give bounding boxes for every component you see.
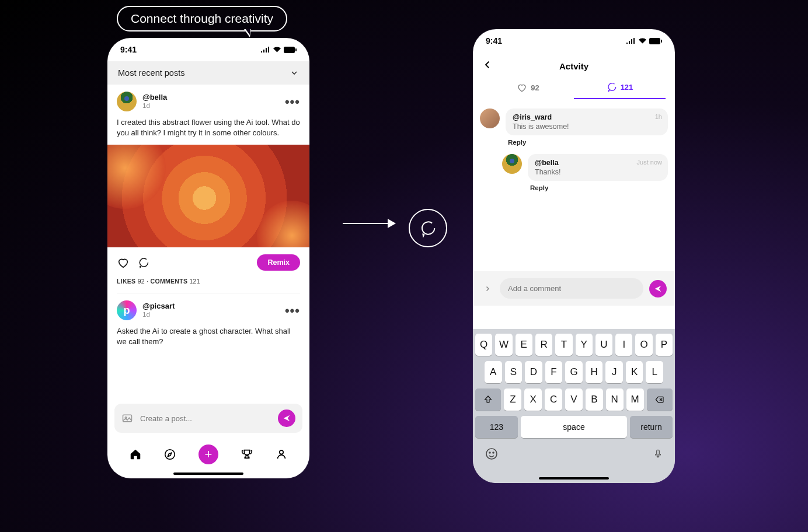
comment-text: Thanks! — [535, 168, 661, 176]
key-f[interactable]: F — [545, 361, 563, 383]
svg-rect-11 — [657, 450, 660, 455]
comments-list: @iris_ward This is awesome! 1h Reply @be… — [473, 99, 675, 209]
reply-button[interactable]: Reply — [530, 184, 668, 191]
key-x[interactable]: X — [524, 388, 542, 411]
back-icon[interactable] — [482, 60, 493, 70]
tab-likes[interactable]: 92 — [482, 82, 574, 99]
key-a[interactable]: A — [485, 361, 502, 383]
arrow-right-icon — [343, 223, 395, 224]
post-image[interactable] — [107, 145, 309, 247]
avatar[interactable] — [480, 108, 500, 128]
signal-icon — [261, 47, 270, 52]
key-s[interactable]: S — [505, 361, 523, 383]
trophy-icon[interactable] — [241, 448, 253, 461]
wifi-icon — [638, 38, 647, 44]
image-icon[interactable] — [121, 412, 133, 424]
backspace-key[interactable] — [647, 388, 673, 411]
svg-rect-1 — [295, 48, 297, 51]
key-n[interactable]: N — [606, 388, 624, 411]
avatar[interactable] — [117, 92, 137, 111]
svg-point-5 — [280, 450, 283, 454]
create-post-input[interactable] — [140, 414, 271, 423]
key-o[interactable]: O — [635, 334, 652, 356]
avatar[interactable] — [502, 154, 522, 174]
home-indicator — [173, 473, 243, 475]
send-comment-button[interactable] — [649, 280, 667, 298]
post: @bella 1d ••• I created this abstract fl… — [107, 85, 309, 293]
keyboard-row: QWERTYUIOP — [475, 334, 673, 356]
status-bar: 9:41 — [107, 38, 309, 61]
key-u[interactable]: U — [595, 334, 612, 356]
key-z[interactable]: Z — [504, 388, 521, 411]
svg-point-4 — [165, 450, 175, 460]
remix-button[interactable]: Remix — [257, 254, 300, 271]
key-w[interactable]: W — [495, 334, 512, 356]
key-i[interactable]: I — [615, 334, 632, 356]
heart-icon[interactable] — [117, 256, 130, 269]
reply-button[interactable]: Reply — [508, 139, 668, 146]
feed-header[interactable]: Most recent posts — [107, 61, 309, 85]
profile-icon[interactable] — [275, 448, 288, 461]
post-username[interactable]: @picsart — [142, 302, 175, 311]
numbers-key[interactable]: 123 — [475, 416, 518, 438]
expand-icon[interactable] — [481, 285, 494, 292]
avatar[interactable]: p — [117, 300, 137, 320]
create-post-bar — [114, 404, 302, 433]
key-y[interactable]: Y — [576, 334, 593, 356]
key-c[interactable]: C — [545, 388, 562, 411]
post: p @picsart 1d ••• Asked the Ai to create… — [107, 293, 309, 346]
activity-title: Actvity — [559, 61, 588, 71]
post-time: 1d — [142, 311, 175, 318]
comment-icon[interactable] — [138, 257, 149, 268]
key-t[interactable]: T — [555, 334, 572, 356]
feed-header-label: Most recent posts — [118, 68, 184, 78]
key-k[interactable]: K — [626, 361, 643, 383]
comment: @iris_ward This is awesome! 1h — [480, 108, 668, 135]
status-time: 9:41 — [120, 45, 137, 54]
post-stats[interactable]: LIKES 92 · COMMENTS 121 — [117, 278, 300, 293]
battery-icon — [649, 38, 662, 44]
phone-activity: 9:41 Actvity 92 121 @iris_ward — [473, 29, 675, 483]
chat-circle-icon — [409, 209, 447, 247]
key-q[interactable]: Q — [475, 334, 492, 356]
post-menu-icon[interactable]: ••• — [285, 99, 300, 105]
svg-rect-7 — [661, 40, 662, 43]
return-key[interactable]: return — [630, 416, 673, 438]
comment-input-bar — [473, 271, 675, 306]
key-b[interactable]: B — [586, 388, 603, 411]
post-body: I created this abstract flower using the… — [117, 117, 300, 138]
svg-point-8 — [486, 449, 497, 459]
shift-key[interactable] — [475, 388, 501, 411]
key-d[interactable]: D — [525, 361, 542, 383]
post-menu-icon[interactable]: ••• — [285, 307, 300, 314]
mic-icon[interactable] — [653, 447, 663, 461]
create-fab[interactable]: + — [198, 444, 218, 464]
post-time: 1d — [142, 102, 167, 110]
status-bar: 9:41 — [473, 29, 675, 52]
comment-icon — [607, 82, 617, 92]
tab-comments[interactable]: 121 — [574, 82, 666, 99]
key-r[interactable]: R — [535, 334, 552, 356]
keyboard: QWERTYUIOP ASDFGHJKL ZXCVBNM 123 space r… — [473, 329, 675, 483]
signal-icon — [626, 38, 636, 44]
compass-icon[interactable] — [163, 448, 176, 461]
home-icon[interactable] — [129, 448, 142, 461]
comment-input[interactable] — [500, 278, 643, 299]
phone-feed: 9:41 Most recent posts @bella 1d ••• I c… — [107, 38, 309, 478]
key-h[interactable]: H — [586, 361, 603, 383]
emoji-icon[interactable] — [485, 447, 499, 461]
create-post-send-button[interactable] — [278, 410, 295, 427]
key-g[interactable]: G — [565, 361, 583, 383]
key-j[interactable]: J — [605, 361, 623, 383]
key-m[interactable]: M — [626, 388, 644, 411]
space-key[interactable]: space — [521, 416, 627, 438]
comment-time: Just now — [637, 159, 662, 166]
key-e[interactable]: E — [516, 334, 532, 356]
keyboard-row: 123 space return — [475, 416, 673, 438]
key-p[interactable]: P — [656, 334, 673, 356]
comment-user[interactable]: @iris_ward — [513, 113, 661, 121]
key-l[interactable]: L — [646, 361, 663, 383]
key-v[interactable]: V — [565, 388, 583, 411]
battery-icon — [284, 47, 297, 53]
post-username[interactable]: @bella — [142, 93, 167, 102]
